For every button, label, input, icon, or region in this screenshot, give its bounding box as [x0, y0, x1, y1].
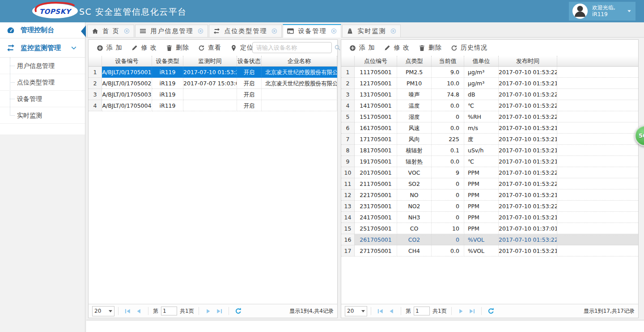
- table-cell: 湿度: [397, 111, 432, 122]
- table-row[interactable]: 14241705001NH30PPM2017-07-10 01:53:21: [341, 212, 638, 223]
- device-button-1[interactable]: 添 加: [94, 44, 125, 52]
- sidebar-item-monitor-mgmt[interactable]: 监控监测管理: [0, 38, 85, 58]
- device-button-4[interactable]: 查看: [195, 44, 224, 52]
- monitor-button-4[interactable]: 历史情况: [448, 44, 490, 52]
- tab-close-icon[interactable]: [198, 28, 203, 34]
- table-row[interactable]: 4141705001温度0.0℃2017-07-10 01:53:22: [341, 100, 638, 111]
- table-cell: A/BJLT/0/1705001: [102, 67, 152, 78]
- first-page-icon[interactable]: [124, 308, 131, 315]
- monitor-button-1[interactable]: 添 加: [347, 44, 377, 52]
- table-cell: SO2: [397, 178, 432, 189]
- table-cell: [262, 89, 337, 100]
- first-page-icon[interactable]: [377, 308, 384, 315]
- search-input[interactable]: [253, 43, 334, 52]
- toolbar-button-label: 添 加: [106, 44, 122, 52]
- table-cell: 2017-07-10 01:53:22: [499, 111, 557, 122]
- device-button-3[interactable]: 删除: [163, 44, 192, 52]
- table-row[interactable]: 13231705001NO20PPM2017-07-10 01:53:22: [341, 201, 638, 212]
- table-row[interactable]: 2A/BJLT/0/1705002iR1192017-07-07 15:03:0…: [89, 78, 337, 89]
- user-menu[interactable]: 欢迎光临, iR119: [569, 2, 636, 21]
- monitor-page-input[interactable]: [414, 307, 430, 315]
- device-page-size-select[interactable]: 20: [92, 306, 114, 316]
- last-page-icon[interactable]: [469, 308, 475, 315]
- sidebar-subitem-4[interactable]: 实时监测: [0, 107, 85, 124]
- sidebar-subitem-1[interactable]: 用户信息管理: [0, 58, 85, 74]
- table-cell: 10.0: [432, 78, 464, 89]
- view-icon: [198, 45, 205, 51]
- sidebar-item-dashboard[interactable]: 管理控制台: [0, 22, 85, 38]
- prev-page-icon[interactable]: [136, 308, 142, 315]
- table-cell: A/BJLT/0/1705004: [102, 100, 152, 111]
- next-page-icon[interactable]: [458, 308, 464, 315]
- table-row[interactable]: 2121705001PM1010.0μg/m³2017-07-10 01:53:…: [341, 78, 638, 89]
- filler-cell: [557, 245, 638, 256]
- table-cell: 2017-07-10 01:53:21: [499, 189, 557, 201]
- prev-page-icon[interactable]: [388, 308, 395, 315]
- table-cell: NO: [397, 189, 432, 201]
- refresh-icon[interactable]: [235, 307, 242, 315]
- tab-1[interactable]: 首 页: [87, 25, 134, 37]
- table-row[interactable]: 6161705001风速0.0m/s2017-07-10 01:53:21: [341, 122, 638, 134]
- table-row[interactable]: 7171705001风向225度2017-07-10 01:53:21: [341, 134, 638, 145]
- table-row[interactable]: 1A/BJLT/0/1705001iR1192017-07-10 01:53:2…: [89, 67, 337, 78]
- monitor-page-size-select[interactable]: 20: [345, 306, 367, 316]
- page-size-value: 20: [347, 308, 354, 314]
- sidebar-collapse-arrow[interactable]: [81, 25, 86, 37]
- table-cell: [262, 100, 337, 111]
- tab-2[interactable]: 用户信息管理: [135, 25, 208, 37]
- filler-cell: [557, 212, 638, 223]
- table-row[interactable]: 8181705001核辐射0.1uSv/h2017-07-10 01:53:21: [341, 145, 638, 156]
- table-cell: %VOL: [464, 234, 499, 245]
- table-cell: 131705001: [355, 89, 397, 100]
- table-row[interactable]: 3131705001噪声74.8dB2017-07-10 01:53:22: [341, 89, 638, 100]
- table-row[interactable]: 15251705001CO10PPM2017-07-10 01:37:01: [341, 223, 638, 234]
- device-page-input[interactable]: [161, 307, 177, 315]
- tab-close-icon[interactable]: [271, 28, 277, 34]
- table-row[interactable]: 16261705001CO20%VOL2017-07-10 01:53:22: [341, 234, 638, 245]
- sidebar-subitem-3[interactable]: 设备管理: [0, 91, 85, 107]
- table-row[interactable]: 10201705001VOC9PPM2017-07-10 01:53:22: [341, 167, 638, 178]
- tab-5[interactable]: 实时监测: [342, 25, 401, 37]
- table-cell: %RH: [464, 111, 499, 122]
- filler-cell: [557, 134, 638, 145]
- sidebar-subitem-2[interactable]: 点位类型管理: [0, 74, 85, 91]
- table-row[interactable]: 17271705001CH40.0%VOL2017-07-10 01:53:21: [341, 245, 638, 256]
- row-number-cell: 7: [341, 134, 355, 145]
- search-icon[interactable]: [334, 44, 341, 51]
- device-button-2[interactable]: 修 改: [128, 44, 159, 52]
- device-table: 设备编号设备类型监测时间设备状态企业名称1A/BJLT/0/1705001iR1…: [89, 56, 337, 304]
- tab-close-icon[interactable]: [390, 28, 396, 34]
- filler-cell: [557, 178, 638, 189]
- add-icon: [349, 45, 356, 51]
- home-icon: [92, 28, 98, 34]
- table-cell: 9.0: [432, 67, 464, 78]
- table-cell: 2017-07-10 01:53:21: [499, 145, 557, 156]
- monitor-button-2[interactable]: 修 改: [381, 44, 412, 52]
- tab-label: 实时监测: [357, 27, 386, 35]
- tab-close-icon[interactable]: [124, 28, 130, 34]
- filler-cell: [557, 67, 638, 78]
- tab-3[interactable]: 点位类型管理: [209, 25, 282, 37]
- table-row[interactable]: 4A/BJLT/0/1705004iR119开启: [89, 100, 337, 111]
- last-page-icon[interactable]: [216, 308, 223, 315]
- table-cell: iR119: [152, 78, 183, 89]
- table-row[interactable]: 12221705001NO0PPM2017-07-10 01:53:21: [341, 189, 638, 201]
- table-row[interactable]: 9191705001辐射热0.0℃2017-07-10 01:53:21: [341, 156, 638, 167]
- refresh-icon[interactable]: [487, 307, 495, 315]
- table-row[interactable]: 5151705001湿度0%RH2017-07-10 01:53:22: [341, 111, 638, 122]
- table-row[interactable]: 11211705001SO20PPM2017-07-10 01:53:22: [341, 178, 638, 189]
- header-filler: [557, 56, 638, 67]
- table-cell: 2017-07-10 01:53:21: [499, 122, 557, 134]
- tab-close-icon[interactable]: [331, 28, 337, 34]
- table-row[interactable]: 3A/BJLT/0/1705003iR119开启: [89, 89, 337, 100]
- next-page-icon[interactable]: [205, 308, 212, 315]
- first-icon: [377, 308, 384, 315]
- table-cell: uSv/h: [464, 145, 499, 156]
- tab-4[interactable]: 设备管理: [283, 24, 341, 38]
- tab-label: 点位类型管理: [224, 27, 267, 35]
- monitor-button-3[interactable]: 删除: [416, 44, 445, 52]
- last-icon: [469, 308, 475, 315]
- caret-down-icon[interactable]: [627, 8, 632, 14]
- device-panel: 添 加修 改删除查看定位 设备编号设备类型监测时间设备状态企业名称1A/BJLT…: [88, 39, 338, 318]
- table-row[interactable]: 1111705001PM2.59.0μg/m³2017-07-10 01:53:…: [341, 67, 638, 78]
